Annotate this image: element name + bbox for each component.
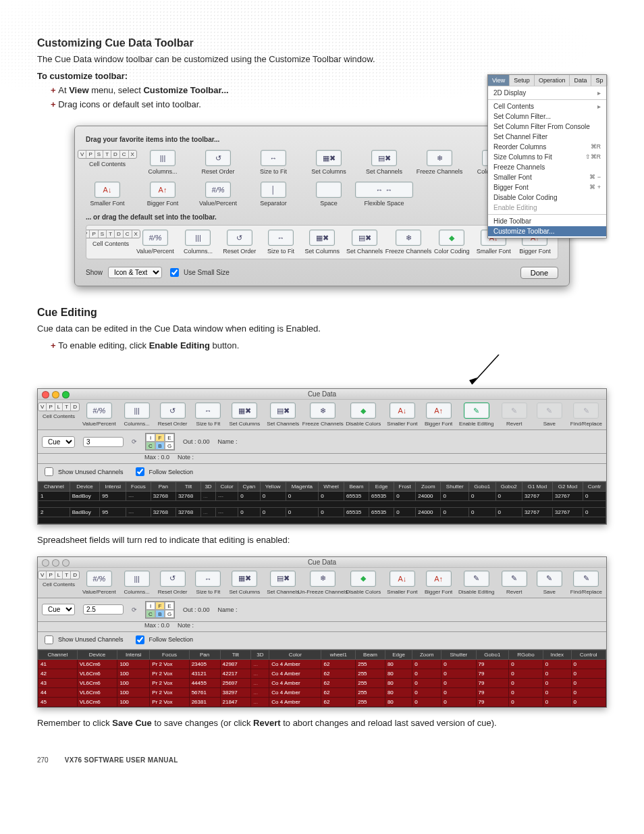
cell[interactable]: 25697 xyxy=(220,678,251,687)
cell[interactable]: 0 xyxy=(441,659,476,669)
cell[interactable]: 0 xyxy=(238,492,261,501)
cell[interactable]: --- xyxy=(126,508,151,517)
freeze-channels-tool[interactable]: ❄Freeze Channels xyxy=(418,150,461,175)
revert-tool[interactable]: ✎Revert xyxy=(500,571,529,595)
cell-contents-tool[interactable]: VPLTDCell Contents xyxy=(42,402,76,419)
cell[interactable]: 32768 xyxy=(151,492,176,501)
cell[interactable]: 100 xyxy=(117,678,150,687)
reset-order-tool[interactable]: ↺Reset Order xyxy=(196,150,240,175)
cell[interactable]: Pr 2 Vox xyxy=(150,678,189,687)
cell[interactable]: 21847 xyxy=(220,697,251,706)
cell[interactable]: ... xyxy=(251,697,269,706)
cell[interactable]: 255 xyxy=(356,697,385,706)
menu-tab[interactable]: View xyxy=(488,75,510,86)
column-header[interactable]: Gobo2 xyxy=(495,482,522,492)
zoom-icon[interactable] xyxy=(62,559,70,567)
cell[interactable]: 0 xyxy=(286,492,318,501)
cell[interactable]: 56761 xyxy=(189,687,220,697)
column-header[interactable]: Device xyxy=(77,650,117,659)
cell[interactable]: 100 xyxy=(117,687,150,697)
cell[interactable]: 0 xyxy=(260,508,286,517)
cell[interactable]: 79 xyxy=(476,669,509,678)
menu-item[interactable]: Bigger Font⌘ + xyxy=(488,182,606,192)
cell[interactable]: 0 xyxy=(394,508,416,517)
cell[interactable]: 0 xyxy=(495,492,522,501)
cell[interactable]: 80 xyxy=(385,687,412,697)
cell[interactable]: 0 xyxy=(441,678,476,687)
cell[interactable]: 0 xyxy=(441,669,476,678)
value-percent-tool[interactable]: #/%Value/Percent xyxy=(82,402,116,427)
cell[interactable]: 255 xyxy=(356,669,385,678)
cell[interactable]: 80 xyxy=(385,659,412,669)
use-small-size-checkbox[interactable]: Use Small Size xyxy=(167,266,230,279)
cell[interactable]: 0 xyxy=(441,492,469,501)
column-header[interactable]: Contr xyxy=(583,482,606,492)
cue-data-grid[interactable]: ChannelDeviceIntensiFocusPanTilt3DColorC… xyxy=(38,481,606,524)
cell[interactable]: Co 4 Amber xyxy=(269,687,321,697)
cell[interactable]: 0 xyxy=(509,687,543,697)
cell[interactable]: 80 xyxy=(385,678,412,687)
menu-item[interactable]: 2D Display▸ xyxy=(488,88,606,98)
cell[interactable]: 43 xyxy=(38,678,78,687)
cell[interactable]: VL6Cm6 xyxy=(77,659,117,669)
cell[interactable]: 255 xyxy=(356,659,385,669)
cell[interactable]: ... xyxy=(201,508,216,517)
set-channels-tool[interactable]: ▤✖Set Channels xyxy=(267,402,299,427)
cell[interactable]: --- xyxy=(126,492,151,501)
cell[interactable]: 0 xyxy=(509,697,543,706)
refresh-icon[interactable]: ⟳ xyxy=(132,438,137,445)
cell[interactable]: Co 4 Amber xyxy=(269,669,321,678)
column-header[interactable]: Pan xyxy=(189,650,220,659)
cell[interactable]: 79 xyxy=(476,697,509,706)
columns-tool[interactable]: |||Columns... xyxy=(123,402,151,427)
table-row[interactable]: 42VL6Cm6100Pr 2 Vox4312142217...Co 4 Amb… xyxy=(38,669,606,678)
menu-item[interactable]: Freeze Channels xyxy=(488,162,606,172)
column-header[interactable]: Intensi xyxy=(100,482,126,492)
cell[interactable]: 0 xyxy=(571,697,606,706)
set-channels-tool[interactable]: ▤✖Set Channels xyxy=(267,571,299,595)
cell[interactable]: Pr 2 Vox xyxy=(150,697,189,706)
close-icon[interactable] xyxy=(42,391,49,398)
cue-select[interactable]: Cue xyxy=(42,604,75,615)
table-row[interactable]: 1BadBoy95---3276832768...---000065535655… xyxy=(38,492,606,501)
cell-contents-tool[interactable]: VPSTDCXCell Contents xyxy=(86,150,129,175)
set-channels-tool[interactable]: ▤✖Set Channels xyxy=(346,230,383,255)
bigger-font-tool[interactable]: A↑Bigger Font xyxy=(425,571,453,595)
ifecbg-grid[interactable]: IFECBG xyxy=(145,601,175,619)
cell[interactable]: 32767 xyxy=(522,508,552,517)
cell[interactable]: 80 xyxy=(385,697,412,706)
columns-tool[interactable]: |||Columns... xyxy=(141,150,184,175)
menu-tab[interactable]: Data xyxy=(570,75,591,86)
cell[interactable]: 255 xyxy=(356,687,385,697)
separator-tool[interactable]: │Separator xyxy=(252,182,295,207)
cell[interactable]: 95 xyxy=(100,508,126,517)
cell[interactable]: 0 xyxy=(260,492,286,501)
reset-order-tool[interactable]: ↺Reset Order xyxy=(158,571,188,595)
cell[interactable]: 1 xyxy=(38,492,70,501)
find-replace-tool[interactable]: ✎Find/Replace xyxy=(570,571,602,595)
cell[interactable]: 65535 xyxy=(344,492,369,501)
enable-editing-tool[interactable]: ✎Enable Editing xyxy=(460,402,493,427)
cell[interactable]: 0 xyxy=(412,697,441,706)
column-header[interactable]: Device xyxy=(70,482,100,492)
column-header[interactable]: 3D xyxy=(201,482,216,492)
cell[interactable]: Co 4 Amber xyxy=(269,659,321,669)
cell[interactable]: 95 xyxy=(100,492,126,501)
cell[interactable]: Pr 2 Vox xyxy=(150,659,189,669)
column-header[interactable]: Frost xyxy=(394,482,416,492)
column-header[interactable]: RGobo xyxy=(509,650,543,659)
window-controls[interactable] xyxy=(42,559,70,567)
table-row[interactable]: 2BadBoy95---3276832768...---000065535655… xyxy=(38,508,606,517)
cell[interactable]: 26381 xyxy=(189,697,220,706)
done-button[interactable]: Done xyxy=(520,267,558,279)
smaller-font-tool[interactable]: A↓Smaller Font xyxy=(387,571,417,595)
cell[interactable]: 62 xyxy=(321,697,356,706)
cell[interactable]: ... xyxy=(251,659,269,669)
column-header[interactable]: 3D xyxy=(251,650,269,659)
cue-number-input[interactable] xyxy=(83,604,124,615)
cell[interactable]: Pr 2 Vox xyxy=(150,669,189,678)
cell[interactable]: 42 xyxy=(38,669,78,678)
cell[interactable]: 62 xyxy=(321,687,356,697)
column-header[interactable]: Tilt xyxy=(220,650,251,659)
cell-contents-tool[interactable]: VPSTDCXCell Contents xyxy=(92,230,130,247)
